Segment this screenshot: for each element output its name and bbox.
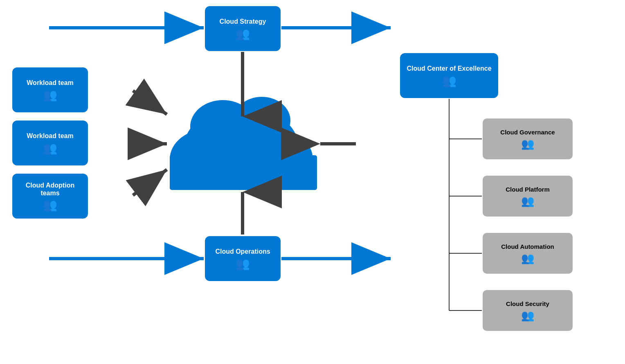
cloud-center-label: Cloud Center of Excellence bbox=[407, 65, 491, 72]
cloud-shape bbox=[170, 97, 317, 190]
workload-team-1-label: Workload team bbox=[27, 79, 73, 87]
cloud-security-icon: 👥 bbox=[521, 310, 534, 321]
cloud-platform-box: Cloud Platform 👥 bbox=[483, 176, 573, 217]
workload-team-1-box: Workload team 👥 bbox=[12, 67, 88, 112]
cloud-operations-label: Cloud Operations bbox=[215, 248, 270, 255]
cloud-operations-box: Cloud Operations 👥 bbox=[205, 236, 281, 281]
workload-team-2-icon: 👥 bbox=[43, 143, 57, 154]
workload-team-1-icon: 👥 bbox=[43, 89, 57, 101]
cloud-governance-label: Cloud Governance bbox=[500, 129, 555, 136]
cloud-center-icon: 👥 bbox=[442, 75, 456, 87]
svg-point-4 bbox=[233, 97, 290, 144]
diagram-container: Cloud Strategy 👥 Workload team 👥 Workloa… bbox=[0, 0, 625, 364]
svg-point-3 bbox=[190, 100, 256, 153]
cloud-strategy-label: Cloud Strategy bbox=[220, 18, 266, 25]
workload1-arrow bbox=[133, 91, 167, 114]
cloud-operations-icon: 👥 bbox=[236, 258, 250, 270]
cloud-governance-icon: 👥 bbox=[521, 138, 534, 149]
svg-point-1 bbox=[170, 129, 247, 190]
cloud-automation-box: Cloud Automation 👥 bbox=[483, 233, 573, 274]
adoption-arrow bbox=[133, 170, 167, 195]
cloud-automation-label: Cloud Automation bbox=[501, 243, 554, 250]
cloud-strategy-icon: 👥 bbox=[236, 28, 250, 40]
workload-team-2-box: Workload team 👥 bbox=[12, 121, 88, 165]
cloud-platform-label: Cloud Platform bbox=[506, 186, 550, 193]
cloud-adoption-icon: 👥 bbox=[43, 199, 57, 211]
cloud-automation-icon: 👥 bbox=[521, 253, 534, 264]
workload-team-2-label: Workload team bbox=[27, 132, 73, 140]
cloud-strategy-box: Cloud Strategy 👥 bbox=[205, 6, 281, 51]
cloud-adoption-box: Cloud Adoption teams 👥 bbox=[12, 174, 88, 219]
svg-point-2 bbox=[235, 129, 313, 190]
cloud-platform-icon: 👥 bbox=[521, 196, 534, 206]
svg-point-0 bbox=[184, 106, 299, 188]
cloud-governance-box: Cloud Governance 👥 bbox=[483, 118, 573, 159]
cloud-adoption-label: Cloud Adoption teams bbox=[18, 181, 82, 197]
cloud-security-label: Cloud Security bbox=[506, 300, 549, 308]
cloud-security-box: Cloud Security 👥 bbox=[483, 290, 573, 331]
cloud-center-box: Cloud Center of Excellence 👥 bbox=[400, 53, 498, 98]
svg-rect-5 bbox=[170, 155, 317, 190]
